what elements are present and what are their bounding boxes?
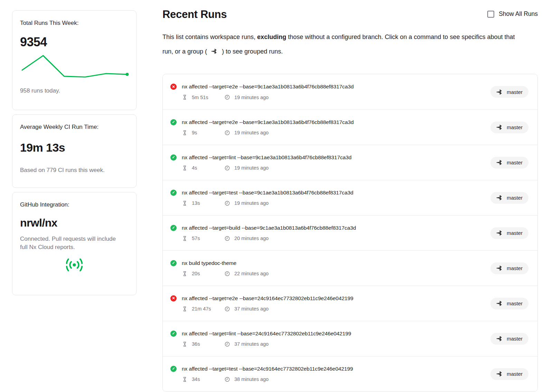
- run-info: ✕ nx affected --target=e2e --base=9c1ae3…: [170, 84, 483, 100]
- run-time-ago: 19 minutes ago: [234, 200, 269, 206]
- total-runs-card: Total Runs This Week: 9354 958 runs toda…: [12, 10, 137, 110]
- total-runs-label: Total Runs This Week:: [20, 20, 129, 27]
- run-line1: ✓ nx affected --target=build --base=9c1a…: [170, 225, 483, 231]
- hourglass-icon: [182, 271, 188, 277]
- run-command-link[interactable]: nx affected --target=test --base=9c1ae3a…: [182, 190, 353, 196]
- run-row: ✓ nx affected --target=lint --base=9c1ae…: [163, 145, 537, 180]
- run-row: ✓ nx affected --target=test --base=24c91…: [163, 356, 537, 391]
- show-all-runs-checkbox[interactable]: [487, 11, 494, 18]
- status-glyph: ✓: [172, 261, 175, 265]
- run-meta: 21m 47s 37 minutes ago: [170, 306, 483, 312]
- branch-badge-button[interactable]: master: [490, 368, 528, 380]
- success-status-icon: ✓: [170, 366, 177, 372]
- run-duration: 21m 47s: [192, 306, 224, 312]
- github-connected-caption: Connected. Pull requests will include fu…: [20, 235, 121, 251]
- hourglass-icon: [182, 130, 188, 136]
- run-line1: ✕ nx affected --target=e2e --base=9c1ae3…: [170, 84, 483, 90]
- run-command-link[interactable]: nx affected --target=e2e --base=9c1ae3a1…: [182, 84, 354, 90]
- run-command-link[interactable]: nx affected --target=build --base=9c1ae3…: [182, 225, 356, 231]
- run-command-link[interactable]: nx affected --target=test --base=24c9164…: [182, 366, 353, 372]
- run-command-link[interactable]: nx affected --target=e2e --base=24c9164e…: [182, 295, 353, 302]
- broadcast-icon-wrap: [20, 258, 129, 272]
- run-line1: ✓ nx build typedoc-theme: [170, 260, 483, 266]
- run-time-ago: 19 minutes ago: [234, 95, 269, 100]
- success-status-icon: ✓: [170, 119, 177, 125]
- avg-ci-time-caption: Based on 779 CI runs this week.: [20, 166, 129, 174]
- branch-icon: [496, 335, 503, 342]
- avg-ci-time-label: Average Weekly CI Run Time:: [20, 124, 129, 131]
- hourglass-icon: [182, 341, 188, 347]
- run-command-link[interactable]: nx build typedoc-theme: [182, 260, 236, 266]
- branch-name: master: [507, 371, 523, 377]
- branch-badge-button[interactable]: master: [490, 122, 528, 133]
- run-meta: 9s 19 minutes ago: [170, 130, 483, 136]
- run-duration: 5m 51s: [192, 95, 224, 100]
- run-command-link[interactable]: nx affected --target=e2e --base=9c1ae3a1…: [182, 119, 354, 125]
- run-info: ✓ nx affected --target=test --base=9c1ae…: [170, 190, 483, 206]
- run-line1: ✓ nx affected --target=test --base=9c1ae…: [170, 190, 483, 196]
- success-status-icon: ✓: [170, 260, 177, 266]
- run-line1: ✓ nx affected --target=e2e --base=9c1ae3…: [170, 119, 483, 125]
- clock-icon: [224, 165, 230, 171]
- total-runs-sparkline-chart: [20, 54, 129, 79]
- runs-today-caption: 958 runs today.: [20, 87, 129, 95]
- success-status-icon: ✓: [170, 190, 177, 196]
- run-time-ago: 22 minutes ago: [234, 271, 269, 276]
- branch-icon: [496, 159, 503, 166]
- run-info: ✓ nx affected --target=build --base=9c1a…: [170, 225, 483, 241]
- branch-badge-button[interactable]: master: [490, 298, 528, 309]
- branch-badge-button[interactable]: master: [490, 192, 528, 204]
- run-time-ago: 38 minutes ago: [234, 376, 269, 382]
- branch-name: master: [507, 336, 523, 342]
- run-time-ago: 19 minutes ago: [234, 130, 269, 135]
- hourglass-icon: [182, 376, 188, 382]
- hourglass-icon: [182, 200, 188, 206]
- run-info: ✕ nx affected --target=e2e --base=24c916…: [170, 295, 483, 312]
- description-part3: ) to see grouped runs.: [222, 48, 283, 55]
- description-part1: This list contains workspace runs,: [162, 34, 257, 40]
- hourglass-icon: [182, 236, 188, 241]
- run-line1: ✓ nx affected --target=test --base=24c91…: [170, 366, 483, 372]
- main-header: Recent Runs Show All Runs: [162, 8, 538, 21]
- recent-runs-panel: Recent Runs Show All Runs This list cont…: [162, 8, 538, 392]
- status-glyph: ✕: [172, 85, 175, 88]
- page-title: Recent Runs: [162, 8, 227, 21]
- hourglass-icon: [182, 94, 188, 100]
- run-command-link[interactable]: nx affected --target=lint --base=9c1ae3a…: [182, 154, 352, 161]
- run-meta: 36s 37 minutes ago: [170, 341, 483, 347]
- branch-badge-button[interactable]: master: [490, 86, 528, 98]
- run-duration: 36s: [192, 341, 224, 347]
- error-status-icon: ✕: [170, 295, 177, 302]
- run-row: ✓ nx affected --target=lint --base=24c91…: [163, 321, 537, 356]
- run-info: ✓ nx build typedoc-theme 20s: [170, 260, 483, 277]
- branch-name: master: [507, 160, 523, 165]
- branch-badge-button[interactable]: master: [490, 262, 528, 274]
- status-glyph: ✓: [172, 191, 175, 194]
- run-info: ✓ nx affected --target=e2e --base=9c1ae3…: [170, 119, 483, 136]
- branch-badge-button[interactable]: master: [490, 333, 528, 345]
- stats-sidebar: Total Runs This Week: 9354 958 runs toda…: [12, 10, 137, 295]
- branch-icon: [496, 194, 503, 201]
- clock-icon: [224, 271, 230, 277]
- error-status-icon: ✕: [170, 84, 177, 90]
- show-all-runs-control: Show All Runs: [487, 10, 538, 18]
- branch-badge-button[interactable]: master: [490, 227, 528, 239]
- run-line1: ✓ nx affected --target=lint --base=9c1ae…: [170, 154, 483, 161]
- clock-icon: [224, 306, 230, 312]
- status-glyph: ✓: [172, 155, 175, 159]
- branch-name: master: [507, 89, 523, 95]
- run-meta: 57s 20 minutes ago: [170, 236, 483, 241]
- clock-icon: [224, 130, 230, 136]
- run-command-link[interactable]: nx affected --target=lint --base=24c9164…: [182, 331, 351, 337]
- run-time-ago: 19 minutes ago: [234, 165, 269, 171]
- run-duration: 57s: [192, 236, 224, 241]
- run-row: ✕ nx affected --target=e2e --base=9c1ae3…: [163, 74, 537, 109]
- run-row: ✓ nx affected --target=build --base=9c1a…: [163, 215, 537, 250]
- status-glyph: ✕: [172, 296, 175, 300]
- github-integration-card: GitHub Integration: nrwl/nx Connected. P…: [12, 192, 137, 295]
- runs-list: ✕ nx affected --target=e2e --base=9c1ae3…: [162, 74, 538, 392]
- branch-badge-button[interactable]: master: [490, 157, 528, 169]
- description-bold: excluding: [257, 34, 286, 40]
- run-row: ✕ nx affected --target=e2e --base=24c916…: [163, 286, 537, 321]
- status-glyph: ✓: [172, 120, 175, 124]
